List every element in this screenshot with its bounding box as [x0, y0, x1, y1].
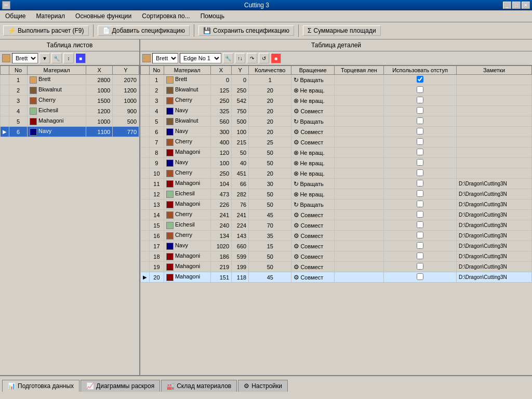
indent-checkbox[interactable]	[417, 138, 423, 145]
indent-checkbox[interactable]	[417, 242, 423, 249]
left-tool-btn-4[interactable]: ■	[75, 53, 86, 63]
cell-material: Mahagoni	[164, 200, 210, 210]
calc-button[interactable]: ⚡ Выполнить расчет (F9)	[3, 25, 89, 36]
left-tool-btn-2[interactable]: 🔧	[51, 53, 62, 63]
right-tool-btn-5[interactable]: ■	[271, 53, 281, 63]
indent-checkbox[interactable]	[417, 149, 423, 155]
save-spec-button[interactable]: 💾 Сохранить спецификацию	[198, 25, 294, 36]
indent-checkbox[interactable]	[417, 180, 423, 187]
minimize-button[interactable]: _	[503, 2, 511, 9]
left-tool-btn-3[interactable]: ↕	[63, 53, 74, 63]
right-tool-btn-1[interactable]: 🔧	[223, 53, 233, 63]
right-tool-btn-2[interactable]: ↑↓	[235, 53, 245, 63]
cell-indent[interactable]	[384, 200, 457, 210]
indent-checkbox[interactable]	[417, 107, 423, 114]
right-table-row[interactable]: 7 Cherry 400 215 25 ⚙Совмест	[141, 137, 532, 148]
left-table-row[interactable]: 5 Mahagoni 1000 500	[1, 116, 139, 127]
indent-checkbox[interactable]	[417, 273, 423, 280]
right-table-row[interactable]: 6 Navy 300 100 20 ⚙Совмест	[141, 127, 532, 137]
cell-indent[interactable]	[384, 251, 457, 262]
cell-indent[interactable]	[384, 116, 457, 127]
indent-checkbox[interactable]	[417, 263, 423, 270]
material-swatch	[166, 232, 174, 240]
cell-indent[interactable]	[384, 220, 457, 231]
add-spec-button[interactable]: 📄 Добавить спецификацию	[98, 25, 190, 36]
cell-indent[interactable]	[384, 179, 457, 189]
cell-indent[interactable]	[384, 272, 457, 283]
menu-material[interactable]: Материал	[33, 11, 68, 21]
cell-indent[interactable]	[384, 158, 457, 168]
right-table-row[interactable]: 16 Cherry 134 143 35 ⚙Совмест D:\Dragon\…	[141, 231, 532, 241]
right-table-row[interactable]: 11 Mahagoni 104 66 30 ↻Вращать D:\Dragon…	[141, 179, 532, 189]
right-table-row[interactable]: 1 Brett 0 0 1 ↻Вращать	[141, 75, 532, 85]
window-title: Cutting 3	[10, 2, 503, 9]
right-table-row[interactable]: 17 Navy 1020 660 15 ⚙Совмест D:\Dragon\C…	[141, 241, 532, 251]
right-edge-select[interactable]: Edge No 1	[180, 53, 221, 63]
tab-diagrams[interactable]: 📈 Диаграммы раскроя	[81, 380, 160, 392]
right-table-row[interactable]: 2 Bkwalnut 125 250 20 ⊗Не вращ.	[141, 85, 532, 96]
right-table-row[interactable]: 4 Navy 325 750 20 ⚙Совмест	[141, 106, 532, 116]
summary-button[interactable]: Σ Суммарные площади	[303, 25, 381, 36]
indent-checkbox[interactable]	[417, 76, 423, 83]
indent-checkbox[interactable]	[417, 252, 423, 259]
right-tool-btn-4[interactable]: ↺	[259, 53, 269, 63]
right-table-row[interactable]: ▶ 20 Mahagoni 151 118 45 ⚙Совмест D:\Dra…	[141, 272, 532, 283]
left-table-row[interactable]: 1 Brett 2800 2070	[1, 75, 139, 85]
left-table-row[interactable]: 2 Bkwalnut 1000 1200	[1, 85, 139, 96]
right-table-row[interactable]: 15 Eichesil 240 224 70 ⚙Совмест D:\Drago…	[141, 220, 532, 231]
cell-indent[interactable]	[384, 231, 457, 241]
maximize-button[interactable]: □	[512, 2, 521, 9]
indent-checkbox[interactable]	[417, 211, 423, 218]
cell-indent[interactable]	[384, 96, 457, 106]
indent-checkbox[interactable]	[417, 97, 423, 103]
tab-data[interactable]: 📊 Подготовка данных	[2, 380, 79, 392]
right-table-row[interactable]: 8 Mahagoni 120 50 50 ⊗Не вращ.	[141, 148, 532, 158]
menu-sort[interactable]: Сортировка по...	[139, 11, 193, 21]
left-table-row[interactable]: 4 Eichesil 1200 900	[1, 106, 139, 116]
menu-help[interactable]: Помощь	[197, 11, 228, 21]
right-table-row[interactable]: 14 Cherry 241 241 45 ⚙Совмест D:\Dragon\…	[141, 210, 532, 220]
menu-general[interactable]: Общие	[2, 11, 29, 21]
indent-checkbox[interactable]	[417, 190, 423, 197]
close-button[interactable]: ✕	[522, 2, 530, 9]
cell-indent[interactable]	[384, 137, 457, 148]
cell-indent[interactable]	[384, 262, 457, 272]
cell-indent[interactable]	[384, 106, 457, 116]
cell-indent[interactable]	[384, 148, 457, 158]
right-table-row[interactable]: 5 Bkwalnut 560 500 20 ↻Вращать	[141, 116, 532, 127]
indent-checkbox[interactable]	[417, 86, 423, 93]
indent-checkbox[interactable]	[417, 221, 423, 228]
left-tool-btn-1[interactable]: ▼	[39, 53, 50, 63]
cell-indent[interactable]	[384, 210, 457, 220]
tab-settings[interactable]: ⚙ Настройки	[238, 380, 288, 392]
right-table-row[interactable]: 19 Mahagoni 219 199 50 ⚙Совмест D:\Drago…	[141, 262, 532, 272]
right-table-row[interactable]: 13 Mahagoni 226 76 50 ↻Вращать D:\Dragon…	[141, 200, 532, 210]
indent-checkbox[interactable]	[417, 159, 423, 166]
menu-functions[interactable]: Основные функции	[72, 11, 135, 21]
left-material-select[interactable]: Brett	[12, 53, 38, 63]
right-table-row[interactable]: 9 Navy 100 40 50 ⊗Не вращ.	[141, 158, 532, 168]
left-table-row[interactable]: 3 Cherry 1500 1000	[1, 96, 139, 106]
cell-indent[interactable]	[384, 127, 457, 137]
right-tool-btn-3[interactable]: ↷	[247, 53, 257, 63]
cell-indent[interactable]	[384, 85, 457, 96]
right-table-row[interactable]: 3 Cherry 250 542 20 ⊗Не вращ.	[141, 96, 532, 106]
right-table-row[interactable]: 18 Mahagoni 186 599 50 ⚙Совмест D:\Drago…	[141, 251, 532, 262]
left-table-row[interactable]: ▶ 6 Navy 1100 770	[1, 127, 139, 137]
cell-indent[interactable]	[384, 189, 457, 200]
indent-checkbox[interactable]	[417, 232, 423, 238]
indent-checkbox[interactable]	[417, 201, 423, 207]
cell-indent[interactable]	[384, 75, 457, 85]
indent-checkbox[interactable]	[417, 117, 423, 124]
material-swatch	[166, 243, 174, 250]
tab-warehouse[interactable]: 🏭 Склад материалов	[161, 380, 237, 392]
right-table-row[interactable]: 12 Eichesil 473 282 50 ⊗Не вращ. D:\Drag…	[141, 189, 532, 200]
right-material-select[interactable]: Brett	[152, 53, 178, 63]
cell-edge	[334, 231, 383, 241]
cell-indent[interactable]	[384, 241, 457, 251]
right-table-row[interactable]: 10 Cherry 250 451 20 ⊗Не вращ.	[141, 168, 532, 179]
right-table-container[interactable]: No Материал X Y Количество Вращение Торц…	[140, 65, 532, 375]
cell-indent[interactable]	[384, 168, 457, 179]
indent-checkbox[interactable]	[417, 169, 423, 176]
indent-checkbox[interactable]	[417, 128, 423, 135]
